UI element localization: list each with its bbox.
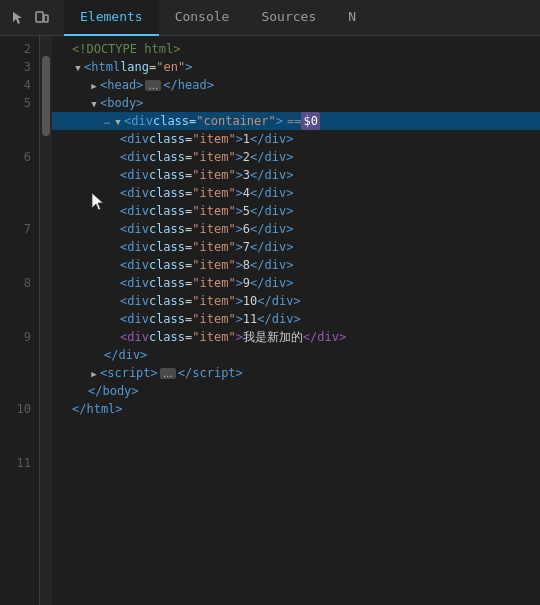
- tab-console[interactable]: Console: [159, 0, 246, 36]
- line-numbers: 2 3 4 5 6 7 8 9 10 11: [0, 36, 40, 605]
- line-num-9: 9: [24, 328, 31, 346]
- line-num-3: 3: [24, 58, 31, 76]
- html-triangle[interactable]: [72, 58, 84, 77]
- html-tag: <html: [84, 58, 120, 76]
- container-div-tag: <div: [124, 112, 153, 130]
- container-div-line[interactable]: … <div class="container"> == $0: [52, 112, 540, 130]
- dom-tree: <!DOCTYPE html> <html lang="en"> <head> …: [52, 36, 540, 605]
- line-num-8: 8: [24, 274, 31, 292]
- container-dots[interactable]: …: [104, 112, 110, 130]
- equals-marker: ==: [287, 112, 301, 130]
- item-7-line[interactable]: <div class="item">7</div>: [52, 238, 540, 256]
- script-line[interactable]: <script> … </script>: [52, 364, 540, 382]
- doctype-line: <!DOCTYPE html>: [52, 40, 540, 58]
- container-div-close: </div>: [52, 346, 540, 364]
- item-3-line[interactable]: <div class="item">3</div>: [52, 166, 540, 184]
- item-6-line[interactable]: <div class="item">6</div>: [52, 220, 540, 238]
- toolbar-icons: [8, 8, 52, 28]
- item-9-line[interactable]: <div class="item">9</div>: [52, 274, 540, 292]
- item-5-line[interactable]: <div class="item">5</div>: [52, 202, 540, 220]
- line-num-2: 2: [24, 40, 31, 58]
- line-num-7: 7: [24, 220, 31, 238]
- item-2-line[interactable]: <div class="item">2</div>: [52, 148, 540, 166]
- body-tag: <body>: [100, 94, 143, 112]
- doctype-text: <!DOCTYPE html>: [72, 40, 180, 58]
- line-num-4: 4: [24, 76, 31, 94]
- script-triangle[interactable]: [88, 364, 100, 383]
- html-open-line[interactable]: <html lang="en">: [52, 58, 540, 76]
- tab-sources[interactable]: Sources: [245, 0, 332, 36]
- item-8-line[interactable]: <div class="item">8</div>: [52, 256, 540, 274]
- line-num-5: 5: [24, 94, 31, 112]
- devtools-tabs: Elements Console Sources N: [64, 0, 532, 36]
- line-num-11: 11: [17, 454, 31, 472]
- tab-elements[interactable]: Elements: [64, 0, 159, 36]
- new-div-tag-open: <div: [120, 328, 149, 346]
- head-tag: <head>: [100, 76, 143, 94]
- item-4-line[interactable]: <div class="item">4</div>: [52, 184, 540, 202]
- svg-rect-0: [36, 12, 43, 22]
- item-10-line[interactable]: <div class="item">10</div>: [52, 292, 540, 310]
- script-ellipsis[interactable]: …: [160, 368, 176, 379]
- html-close-line: </html>: [52, 400, 540, 418]
- main-content: 2 3 4 5 6 7 8 9 10 11 <!DOCTYPE html> <h…: [0, 36, 540, 605]
- item-new-line[interactable]: <div class="item">我是新加的</div>: [52, 328, 540, 346]
- head-line[interactable]: <head> … </head>: [52, 76, 540, 94]
- script-tag: <script>: [100, 364, 158, 382]
- body-triangle[interactable]: [88, 94, 100, 113]
- html-lang-attr: lang: [120, 58, 149, 76]
- item-11-line[interactable]: <div class="item">11</div>: [52, 310, 540, 328]
- devtools-toolbar: Elements Console Sources N: [0, 0, 540, 36]
- scrollbar-thumb[interactable]: [42, 56, 50, 136]
- head-triangle[interactable]: [88, 76, 100, 95]
- tab-more[interactable]: N: [332, 0, 372, 36]
- line-num-6: 6: [24, 148, 31, 166]
- item-1-line[interactable]: <div class="item">1</div>: [52, 130, 540, 148]
- body-open-line[interactable]: <body>: [52, 94, 540, 112]
- container-triangle[interactable]: [112, 112, 124, 131]
- head-ellipsis[interactable]: …: [145, 80, 161, 91]
- dollar-zero: $0: [301, 112, 319, 130]
- cursor-icon[interactable]: [8, 8, 28, 28]
- html-lang-val: "en": [156, 58, 185, 76]
- body-close-line: </body>: [52, 382, 540, 400]
- device-icon[interactable]: [32, 8, 52, 28]
- line-num-10: 10: [17, 400, 31, 418]
- scrollbar[interactable]: [40, 36, 52, 605]
- svg-rect-1: [44, 15, 48, 22]
